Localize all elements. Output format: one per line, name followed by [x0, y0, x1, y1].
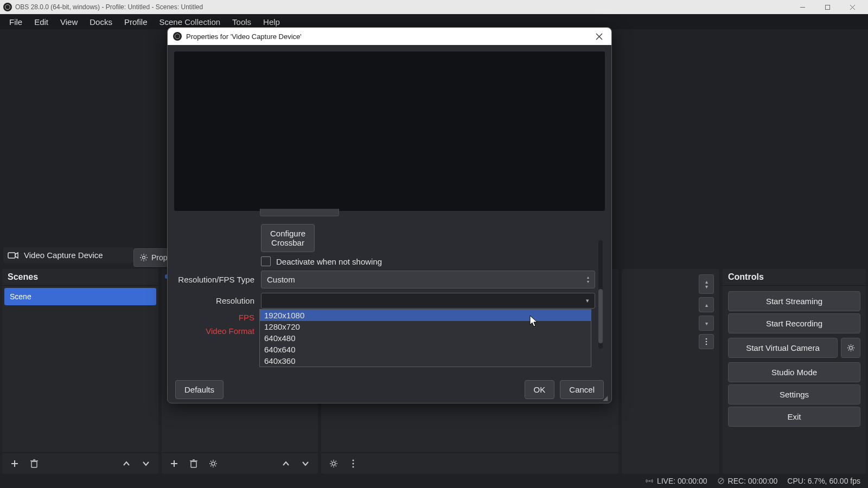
statusbar: LIVE: 00:00:00 REC: 00:00:00 CPU: 6.7%, … [0, 474, 868, 488]
virtual-camera-settings-button[interactable] [841, 338, 860, 358]
menu-view[interactable]: View [54, 15, 84, 29]
status-cpu: CPU: 6.7%, 60.00 fps [787, 477, 860, 485]
svg-point-5 [143, 256, 145, 259]
spinner-icon: ▴▾ [587, 275, 589, 284]
transition-menu-button[interactable] [699, 334, 714, 349]
svg-point-23 [706, 344, 707, 345]
broadcast-icon [645, 477, 654, 485]
source-add-button[interactable] [166, 455, 182, 472]
svg-rect-4 [8, 253, 15, 258]
svg-point-24 [849, 346, 852, 350]
scene-item[interactable]: Scene [4, 288, 156, 305]
app-logo-icon [3, 3, 12, 11]
source-item-label: Video Capture Device [24, 251, 103, 260]
menu-file[interactable]: File [3, 15, 28, 29]
source-move-down-button[interactable] [297, 455, 314, 472]
svg-point-19 [353, 463, 354, 464]
svg-point-25 [648, 480, 650, 482]
res-fps-type-combo[interactable]: Custom ▴▾ [261, 271, 595, 288]
studio-mode-button[interactable]: Studio Mode [728, 362, 860, 382]
status-rec: REC: 00:00:00 [717, 477, 778, 485]
res-fps-type-label: Resolution/FPS Type [174, 275, 261, 284]
mixer-menu-button[interactable] [345, 455, 361, 472]
svg-point-20 [353, 466, 354, 467]
svg-point-22 [706, 341, 707, 343]
duration-down-button[interactable]: ▾ [699, 316, 714, 331]
start-recording-button[interactable]: Start Recording [728, 313, 860, 333]
svg-rect-8 [31, 461, 37, 467]
svg-point-18 [353, 459, 354, 461]
camera-icon [8, 251, 18, 260]
deactivate-checkbox[interactable] [261, 256, 271, 266]
resolution-dropdown: 1920x1080 1280x720 640x480 640x640 640x3… [259, 309, 591, 367]
start-streaming-button[interactable]: Start Streaming [728, 291, 860, 311]
resolution-option[interactable]: 1920x1080 [260, 310, 591, 321]
window-close-button[interactable] [840, 0, 865, 14]
settings-button[interactable]: Settings [728, 384, 860, 404]
window-title: OBS 28.0.0 (64-bit, windows) - Profile: … [15, 3, 203, 11]
exit-button[interactable]: Exit [728, 407, 860, 427]
menu-profile[interactable]: Profile [118, 15, 154, 29]
gear-icon [139, 253, 148, 262]
svg-point-17 [332, 462, 335, 465]
svg-point-16 [212, 462, 215, 465]
scene-delete-button[interactable] [26, 455, 42, 472]
resolution-option[interactable]: 1280x720 [260, 321, 591, 332]
menu-tools[interactable]: Tools [226, 15, 257, 29]
dialog-app-icon [173, 32, 182, 41]
resolution-combo[interactable]: ▾ [261, 293, 595, 309]
source-properties-icon-button[interactable] [205, 455, 221, 472]
scene-move-down-button[interactable] [138, 455, 154, 472]
status-live: LIVE: 00:00:00 [645, 477, 707, 485]
controls-panel: Controls Start Streaming Start Recording… [723, 269, 866, 474]
scene-add-button[interactable] [7, 455, 23, 472]
source-item[interactable]: Video Capture Device [3, 247, 133, 263]
ok-button[interactable]: OK [525, 380, 555, 399]
configure-crossbar-button[interactable]: Configure Crossbar [261, 224, 315, 252]
svg-rect-13 [191, 461, 196, 467]
mixer-settings-button[interactable] [326, 455, 342, 472]
start-virtual-camera-button[interactable]: Start Virtual Camera [728, 338, 838, 358]
scenes-header: Scenes [2, 269, 158, 286]
window-titlebar: OBS 28.0.0 (64-bit, windows) - Profile: … [0, 0, 868, 14]
dialog-scrollbar[interactable] [598, 240, 603, 349]
menu-scene-collection[interactable]: Scene Collection [154, 15, 227, 29]
truncated-button[interactable] [260, 209, 339, 216]
menu-edit[interactable]: Edit [28, 15, 54, 29]
resize-grip[interactable]: ◢ [603, 394, 609, 401]
cancel-button[interactable]: Cancel [560, 380, 604, 399]
resolution-option[interactable]: 640x360 [260, 355, 591, 367]
resolution-label: Resolution [174, 296, 261, 305]
source-delete-button[interactable] [186, 455, 202, 472]
svg-point-21 [706, 338, 707, 340]
scene-transitions-panel: ▴▾ ▴ ▾ [622, 269, 719, 474]
scenes-panel: Scenes Scene [2, 269, 158, 474]
window-maximize-button[interactable] [815, 0, 840, 14]
menu-help[interactable]: Help [257, 15, 286, 29]
resolution-option[interactable]: 640x640 [260, 344, 591, 355]
svg-rect-1 [825, 5, 829, 9]
resolution-option[interactable]: 640x480 [260, 332, 591, 344]
menu-docks[interactable]: Docks [84, 15, 118, 29]
transition-select-stepper[interactable]: ▴▾ [699, 274, 714, 294]
video-preview [174, 52, 605, 211]
deactivate-label: Deactivate when not showing [276, 257, 382, 266]
controls-header: Controls [723, 269, 866, 286]
chevron-down-icon: ▾ [586, 297, 589, 304]
dialog-titlebar[interactable]: Properties for 'Video Capture Device' [168, 28, 611, 45]
defaults-button[interactable]: Defaults [175, 380, 224, 399]
dialog-title: Properties for 'Video Capture Device' [186, 33, 302, 41]
window-minimize-button[interactable] [790, 0, 815, 14]
duration-up-button[interactable]: ▴ [699, 297, 714, 312]
source-move-up-button[interactable] [278, 455, 294, 472]
fps-label: FPS [174, 313, 261, 322]
video-format-label: Video Format [174, 326, 261, 336]
svg-line-27 [719, 479, 723, 483]
scrollbar-thumb[interactable] [598, 289, 603, 343]
scene-move-up-button[interactable] [118, 455, 135, 472]
record-icon [717, 477, 725, 485]
dialog-close-button[interactable] [592, 33, 606, 40]
